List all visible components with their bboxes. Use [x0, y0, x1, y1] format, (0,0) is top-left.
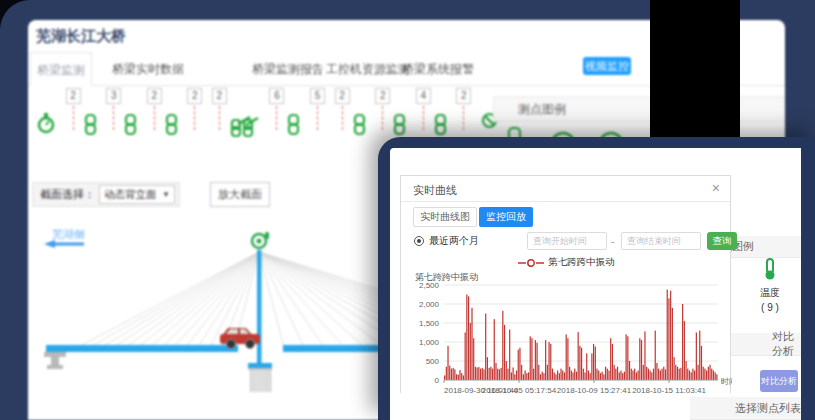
- sensor-count-badge: 2: [147, 88, 162, 104]
- legend-marker-icon: [518, 258, 544, 268]
- sensor-group-2: 3: [106, 88, 137, 135]
- section-dropdown[interactable]: 动态背立面 ▼: [99, 185, 175, 204]
- sensor-group-4: 2: [187, 88, 202, 130]
- temperature-count: ( 9 ): [750, 302, 790, 313]
- link-icon[interactable]: [434, 114, 447, 135]
- recent-two-months-option[interactable]: 最近两个月: [414, 234, 479, 248]
- camera-icon[interactable]: [252, 232, 269, 248]
- bridge-tower: [257, 250, 262, 363]
- link-icon[interactable]: [287, 114, 300, 135]
- link-icon[interactable]: [353, 114, 366, 135]
- bridge-left-pier: [44, 352, 66, 369]
- sensor-dashed-line: [423, 106, 424, 130]
- sensor-group-5: 2: [212, 88, 260, 138]
- sensor-dashed-line: [194, 106, 195, 130]
- y-tick-label: 2,500: [419, 281, 440, 290]
- sensor-dashed-line: [463, 106, 464, 130]
- link-icon[interactable]: [124, 114, 137, 135]
- enlarge-section-button[interactable]: 放大截面: [210, 182, 270, 207]
- black-overlay-window: [650, 0, 740, 138]
- sensor-count-badge: 5: [310, 88, 325, 104]
- tab-realtime-curve[interactable]: 实时曲线图: [413, 207, 477, 227]
- bridge-tower-pier: [248, 363, 272, 392]
- sensor-group-9: 2: [375, 88, 406, 135]
- x-tick-label: 2018-10-09 15:27:41: [557, 386, 632, 394]
- dialog-header: 实时曲线 ×: [401, 176, 730, 202]
- sensor-count-badge: 2: [335, 88, 350, 104]
- y-tick-label: 2,000: [419, 300, 440, 309]
- y-tick-label: 1,000: [419, 338, 440, 347]
- tab-monitor-playback[interactable]: 监控回放: [479, 207, 533, 227]
- y-tick-label: 1,500: [419, 319, 440, 328]
- y-tick-label: 0: [435, 376, 440, 385]
- compare-analysis-button[interactable]: 对比分析: [760, 370, 798, 392]
- temperature-label: 温度: [750, 286, 790, 300]
- sensor-group-7: 5: [310, 88, 325, 130]
- sensor-dashed-line: [382, 106, 383, 130]
- section-dropdown-value: 动态背立面: [104, 188, 157, 202]
- main-tab-3[interactable]: 工控机资源监测: [326, 52, 410, 86]
- x-tick-label: 2018-10-05 05:17:54: [482, 386, 557, 394]
- sensor-group-1: 2: [66, 88, 97, 135]
- query-start-time-input[interactable]: [527, 232, 607, 250]
- vibration-chart: 第七跨跨中振动2,5002,0001,5001,00050002018-09-3…: [401, 268, 732, 394]
- overlay-window-content: 测点图例 温度 ( 9 ) 对比分析 对比分析 选择测点列表 实时曲线 × 实时…: [390, 148, 801, 420]
- video-monitor-button[interactable]: 视频监控: [583, 57, 631, 75]
- sensor-dashed-line: [276, 106, 277, 130]
- realtime-curve-dialog: 实时曲线 × 实时曲线图 监控回放 最近两个月 - 查询 第七跨跨中振动: [400, 175, 731, 393]
- temperature-legend-item[interactable]: 温度 ( 9 ): [750, 258, 790, 313]
- sensor-dashed-line: [317, 106, 318, 130]
- close-icon[interactable]: ×: [712, 180, 720, 196]
- stopwatch-icon[interactable]: [36, 112, 56, 134]
- bridge-deck-left: [46, 345, 238, 352]
- sensor-group-10: 4: [416, 88, 447, 135]
- page-title: 芜湖长江大桥: [36, 27, 126, 46]
- sensor-count-badge: 2: [212, 88, 227, 104]
- sensor-group-8: 2: [335, 88, 366, 135]
- main-tab-0[interactable]: 桥梁监测: [30, 52, 92, 86]
- direction-arrow-icon: [44, 240, 55, 248]
- query-button[interactable]: 查询: [707, 232, 737, 250]
- sensor-dashed-line: [342, 106, 343, 130]
- sensor-dashed-line: [113, 106, 114, 130]
- x-tick-label: 2018-10-15 11:03:41: [632, 386, 706, 394]
- link-icon[interactable]: [393, 114, 406, 135]
- link-icon[interactable]: [84, 114, 97, 135]
- chevron-down-icon: ▼: [162, 190, 170, 199]
- sensor-count-badge: 4: [416, 88, 431, 104]
- sensor-count-badge: 2: [456, 88, 471, 104]
- y-tick-label: 500: [426, 357, 440, 366]
- sensor-count-badge: 2: [375, 88, 390, 104]
- radio-selected-icon[interactable]: [414, 236, 424, 246]
- bridge-side-label: 芜湖侧: [52, 228, 85, 240]
- sensor-count-badge: 3: [106, 88, 121, 104]
- sensor-group-6: 6: [269, 88, 300, 135]
- main-tab-2[interactable]: 桥梁监测报告: [252, 52, 324, 86]
- point-list-header: 选择测点列表: [690, 397, 801, 420]
- dialog-title: 实时曲线: [413, 183, 457, 198]
- query-end-time-input[interactable]: [621, 232, 701, 250]
- radio-label: 最近两个月: [429, 234, 479, 248]
- section-select-bar: 截面选择： 动态背立面 ▼: [32, 182, 180, 207]
- date-range-separator: -: [611, 236, 614, 247]
- thermometer-icon: [763, 258, 777, 280]
- link-icon[interactable]: [165, 114, 178, 135]
- link-double-icon[interactable]: [230, 114, 260, 138]
- main-tab-1[interactable]: 桥梁实时数据: [112, 52, 184, 86]
- x-axis-label: 时间: [721, 377, 732, 386]
- sensor-group-0: [36, 88, 56, 134]
- sensor-dashed-line: [154, 106, 155, 130]
- legend-panel-header: 测点图例: [493, 96, 785, 122]
- section-select-label: 截面选择：: [40, 187, 95, 202]
- sensor-count-badge: 6: [269, 88, 284, 104]
- sensor-group-11: 2: [456, 88, 471, 130]
- main-tab-4[interactable]: 桥梁系统报警: [402, 52, 474, 86]
- sensor-count-badge: 2: [66, 88, 81, 104]
- sensor-dashed-line: [219, 106, 220, 130]
- sensor-dashed-line: [73, 106, 74, 130]
- overlay-window: 测点图例 温度 ( 9 ) 对比分析 对比分析 选择测点列表 实时曲线 × 实时…: [378, 137, 815, 420]
- sensor-group-3: 2: [147, 88, 178, 135]
- sensor-count-badge: 2: [187, 88, 202, 104]
